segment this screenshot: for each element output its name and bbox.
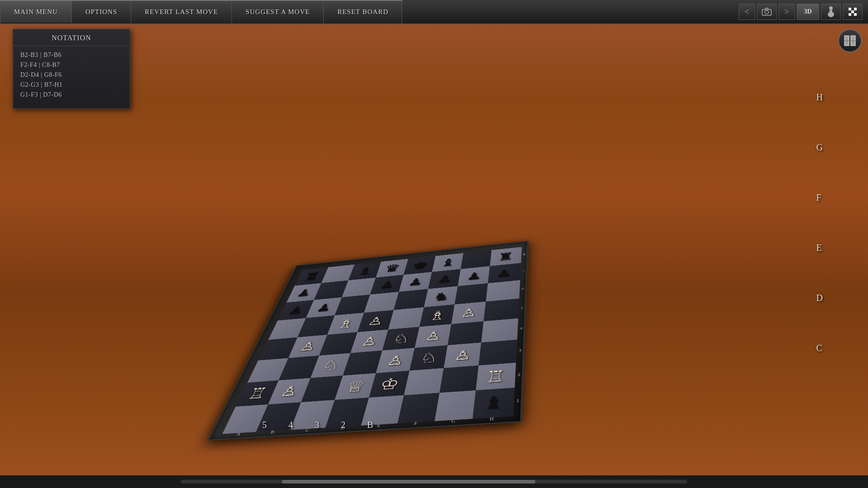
options-button[interactable]: Options xyxy=(72,0,131,23)
coord-6: 6 xyxy=(521,280,524,298)
coord-1: 1 xyxy=(516,387,520,415)
coord-7: 7 xyxy=(522,263,525,280)
right-coord-H: H xyxy=(816,92,823,103)
notation-row-4: G2-G3 | B7-H1 xyxy=(20,81,123,89)
notation-row-5: G1-F3 | D7-D6 xyxy=(20,91,123,99)
player-icon-button[interactable] xyxy=(821,4,841,20)
cell-h2[interactable] xyxy=(476,363,516,392)
checkerboard-icon xyxy=(849,8,857,16)
scrollbar-track[interactable] xyxy=(181,480,687,483)
scrollbar-thumb[interactable] xyxy=(282,480,535,483)
book-icon-button[interactable] xyxy=(838,29,862,52)
cell-g1[interactable] xyxy=(434,390,477,421)
revert-last-move-button[interactable]: Revert Last Move xyxy=(131,0,232,23)
svg-rect-4 xyxy=(830,10,832,14)
nav-right-button[interactable]: > xyxy=(778,4,795,20)
player-silhouette-icon xyxy=(826,6,836,18)
checkerboard-button[interactable] xyxy=(843,4,863,20)
bottom-coord-labels: 5 4 3 2 B xyxy=(262,420,373,430)
notation-row-3: D2-D4 | G8-F6 xyxy=(20,71,123,79)
camera-icon xyxy=(762,8,772,16)
cell-g2[interactable] xyxy=(439,365,481,394)
coord-4: 4 xyxy=(519,318,523,340)
bottom-coord-5: 5 xyxy=(262,420,267,430)
top-bar-right-controls: < > 3D xyxy=(738,0,868,23)
svg-point-2 xyxy=(829,6,833,10)
right-coord-D: D xyxy=(816,293,823,303)
coord-2: 2 xyxy=(517,362,521,388)
chess-board-area[interactable]: A B C D E F G H 8 7 6 5 4 3 2 1 xyxy=(127,24,868,475)
cell-h1[interactable] xyxy=(472,388,514,419)
bottom-coord-4: 4 xyxy=(288,420,293,430)
board-frame: A B C D E F G H 8 7 6 5 4 3 2 1 xyxy=(208,241,528,441)
bottom-coord-B: B xyxy=(367,420,373,430)
main-menu-button[interactable]: Main Menu xyxy=(0,0,72,23)
bottom-coord-3: 3 xyxy=(315,420,319,430)
coord-8: 8 xyxy=(523,247,526,263)
bottom-coord-2: 2 xyxy=(341,420,345,430)
notation-row-2: F2-F4 | C8-B7 xyxy=(20,61,123,69)
right-coord-E: E xyxy=(816,243,823,253)
notation-moves-list: B2-B3 | B7-B6 F2-F4 | C8-B7 D2-D4 | G8-F… xyxy=(13,46,130,104)
notation-row-1: B2-B3 | B7-B6 xyxy=(20,52,123,59)
svg-point-1 xyxy=(765,10,769,14)
right-coord-G: G xyxy=(816,142,823,153)
3d-mode-button[interactable]: 3D xyxy=(797,4,819,20)
reset-board-button[interactable]: Reset Board xyxy=(324,0,402,23)
chess-grid xyxy=(223,247,520,432)
chess-board-3d: A B C D E F G H 8 7 6 5 4 3 2 1 xyxy=(182,216,868,475)
right-coord-C: C xyxy=(816,343,823,353)
notation-title: Notation xyxy=(13,29,130,46)
top-menu-bar: Main Menu Options Revert Last Move Sugge… xyxy=(0,0,868,24)
right-coord-F: F xyxy=(816,192,823,203)
right-coord-labels: H G F E D C xyxy=(816,92,823,353)
bottom-scrollbar-bar xyxy=(0,475,868,488)
suggest-move-button[interactable]: Suggest a move xyxy=(232,0,324,23)
nav-left-button[interactable]: < xyxy=(739,4,755,20)
book-icon xyxy=(843,34,857,47)
camera-button[interactable] xyxy=(757,4,777,20)
notation-panel: Notation B2-B3 | B7-B6 F2-F4 | C8-B7 D2-… xyxy=(13,29,130,109)
coord-5: 5 xyxy=(520,298,524,318)
coord-3: 3 xyxy=(518,339,522,362)
